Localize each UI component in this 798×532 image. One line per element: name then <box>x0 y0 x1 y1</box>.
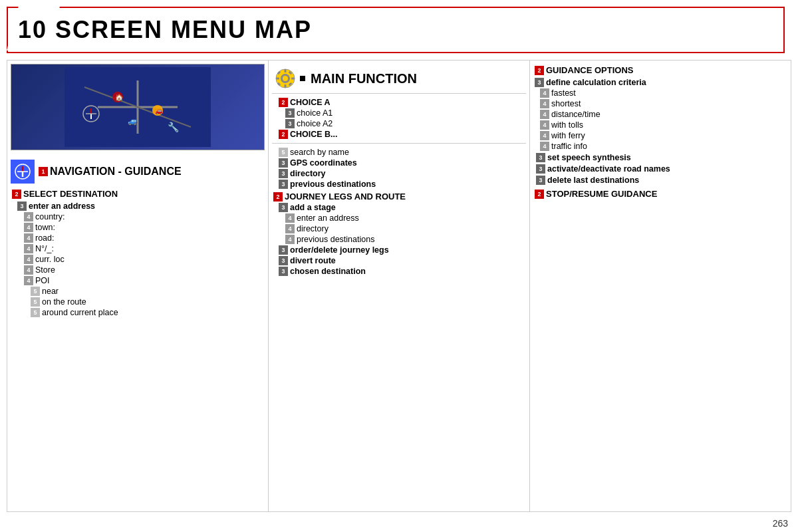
list-item: 3previous destinations <box>272 180 526 189</box>
item-badge: 3 <box>279 267 288 276</box>
item-label: country: <box>35 212 65 221</box>
list-item: 4with ferry <box>533 131 787 140</box>
list-item: 4traffic info <box>533 142 787 151</box>
item-badge: 3 <box>285 119 295 128</box>
item-badge: 4 <box>540 99 549 108</box>
list-item: 3activate/deactivate road names <box>533 164 787 174</box>
list-item: 3directory <box>272 169 526 178</box>
item-badge: 2 <box>279 130 288 139</box>
list-item: 4curr. loc <box>11 255 265 264</box>
journey-legs-label: JOURNEY LEGS AND ROUTE <box>285 192 406 201</box>
list-item: 2CHOICE A <box>272 98 526 107</box>
badge-2: 2 <box>12 190 21 199</box>
select-dest-label: SELECT DESTINATION <box>23 189 118 199</box>
item-badge: 4 <box>540 110 549 119</box>
page-number: 263 <box>773 518 788 529</box>
item-label: with tolls <box>551 120 583 130</box>
list-item: 4directory <box>272 224 526 233</box>
item-badge: 4 <box>540 131 549 140</box>
svg-text:🚗: 🚗 <box>155 106 164 115</box>
item-label: N°/_: <box>35 244 54 253</box>
item-label: road: <box>35 233 55 243</box>
svg-text:🏠: 🏠 <box>115 93 124 102</box>
item-badge: 2 <box>279 98 288 107</box>
list-item: 3chosen destination <box>272 267 526 276</box>
list-item: 3enter an address <box>11 201 265 211</box>
item-label: CHOICE B... <box>290 130 338 139</box>
item-badge: 4 <box>285 213 295 223</box>
list-item: 2CHOICE B... <box>272 130 526 139</box>
item-label: curr. loc <box>35 255 65 264</box>
list-item: 4N°/_: <box>11 244 265 253</box>
item-label: directory <box>297 224 329 233</box>
item-label: POI <box>35 276 50 285</box>
list-item: 5on the route <box>11 297 265 307</box>
svg-rect-25 <box>291 78 295 80</box>
item-label: choice A1 <box>297 108 332 118</box>
right-menu-items2: 3set speech synthesis3activate/deactivat… <box>533 153 787 185</box>
list-item: 4enter an address <box>272 213 526 223</box>
item-badge: 4 <box>24 265 33 275</box>
left-column: 🏠 🚗 🔧 🚙 <box>7 60 268 512</box>
svg-rect-24 <box>276 78 279 80</box>
item-label: GPS coordinates <box>290 158 357 168</box>
list-item: 5search by name <box>272 148 526 157</box>
define-calc-header: 3 define calculation criteria <box>533 78 787 87</box>
item-label: enter an address <box>297 213 359 223</box>
item-badge: 3 <box>536 164 545 174</box>
item-badge: 4 <box>24 276 33 285</box>
item-badge: 3 <box>17 201 27 211</box>
item-badge: 4 <box>540 142 549 151</box>
list-item: 3order/delete journey legs <box>272 245 526 255</box>
list-item: 4town: <box>11 223 265 232</box>
select-dest-header: 2 SELECT DESTINATION <box>11 189 265 199</box>
stop-badge: 2 <box>535 190 544 199</box>
list-item: 3add a stage <box>272 203 526 212</box>
list-item: 4Store <box>11 265 265 275</box>
item-badge: 3 <box>285 108 295 118</box>
list-item: 4road: <box>11 233 265 243</box>
item-label: delete last destinations <box>547 176 639 185</box>
item-label: CHOICE A <box>290 98 331 107</box>
item-label: chosen destination <box>290 267 366 276</box>
svg-text:🔧: 🔧 <box>168 122 180 133</box>
title-bar: 10 SCREEN MENU MAP <box>7 7 785 53</box>
item-badge: 4 <box>285 224 295 233</box>
item-label: Store <box>35 265 55 275</box>
item-label: near <box>42 287 59 296</box>
divider <box>272 143 526 144</box>
list-item: 4shortest <box>533 99 787 108</box>
item-badge: 4 <box>24 255 33 264</box>
item-badge: 4 <box>540 88 549 98</box>
item-label: enter an address <box>29 201 95 211</box>
item-label: previous destinations <box>290 180 376 189</box>
item-badge: 4 <box>24 223 33 232</box>
item-label: previous destinations <box>297 235 374 244</box>
svg-rect-22 <box>285 69 287 72</box>
stop-resume-header: 2 STOP/RESUME GUIDANCE <box>533 189 787 199</box>
item-badge: 4 <box>24 212 33 221</box>
item-badge: 4 <box>540 120 549 130</box>
item-label: on the route <box>42 297 86 307</box>
item-badge: 5 <box>31 308 40 317</box>
list-item: 4distance/time <box>533 110 787 119</box>
guidance-badge: 2 <box>535 66 544 75</box>
mid-menu-items2: 3add a stage4enter an address4directory4… <box>272 203 526 276</box>
list-item: 5around current place <box>11 308 265 317</box>
map-image: 🏠 🚗 🔧 🚙 <box>11 64 265 150</box>
item-badge: 3 <box>279 203 288 212</box>
item-badge: 4 <box>285 235 295 244</box>
list-item: 5near <box>11 287 265 296</box>
main-func-header: MAIN FUNCTION <box>272 64 526 94</box>
define-badge: 3 <box>535 78 544 87</box>
item-label: choice A2 <box>297 119 332 128</box>
item-label: with ferry <box>551 131 585 140</box>
item-badge: 4 <box>24 244 33 253</box>
left-menu-items: 3enter an address4country:4town:4road:4N… <box>11 200 265 319</box>
list-item: 4fastest <box>533 88 787 98</box>
list-item: 3choice A1 <box>272 108 526 118</box>
mid-choice-items: 2CHOICE A3choice A13choice A22CHOICE B..… <box>272 98 526 139</box>
item-badge: 3 <box>536 153 545 162</box>
item-label: around current place <box>42 308 118 317</box>
guidance-options-label: GUIDANCE OPTIONS <box>546 65 633 75</box>
